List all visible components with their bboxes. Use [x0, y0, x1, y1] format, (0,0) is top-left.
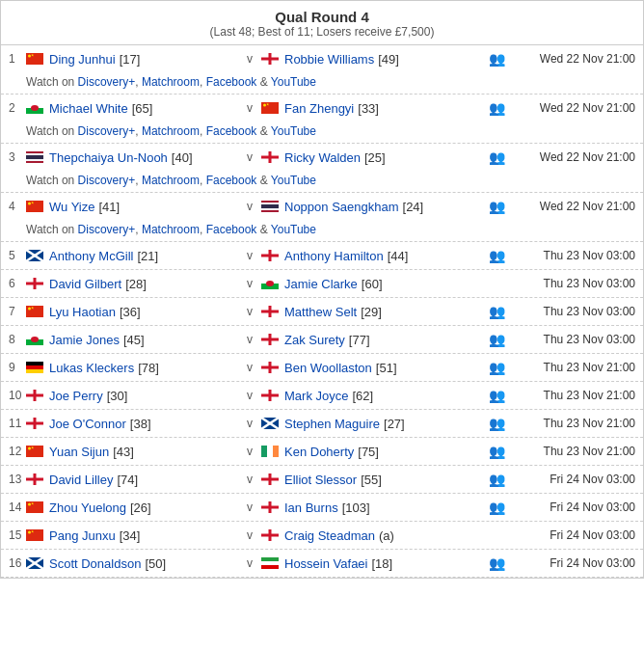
- player1-name[interactable]: Lukas Kleckers: [49, 361, 134, 375]
- stream-icons: 👥: [483, 51, 510, 67]
- matchroom-link[interactable]: Matchroom: [142, 75, 200, 89]
- facebook-link[interactable]: Facebook: [206, 124, 257, 138]
- svg-rect-41: [261, 311, 279, 313]
- player2-name[interactable]: Ben Woollaston: [284, 361, 372, 375]
- player1-name[interactable]: Jamie Jones: [49, 333, 120, 347]
- youtube-link[interactable]: YouTube: [271, 223, 316, 236]
- svg-rect-48: [26, 362, 43, 365]
- player2-name[interactable]: Hossein Vafaei: [284, 556, 367, 571]
- matchroom-link[interactable]: Matchroom: [142, 124, 200, 138]
- player1-name[interactable]: Yuan Sijun: [49, 445, 109, 459]
- player2-name[interactable]: Anthony Hamilton: [284, 249, 384, 263]
- player1-name[interactable]: David Lilley: [49, 473, 113, 487]
- player1-name[interactable]: Pang Junxu: [49, 528, 116, 543]
- flag-p1: [26, 102, 43, 114]
- svg-point-67: [28, 447, 31, 450]
- flag-p1: [26, 557, 43, 569]
- player1-name[interactable]: Lyu Haotian: [49, 305, 116, 319]
- player2-seed: [49]: [378, 52, 399, 67]
- match-row: 7Lyu Haotian [36]vMatthew Selt [29]👥Thu …: [1, 298, 643, 325]
- match-date: Thu 23 Nov 21:00: [510, 361, 635, 374]
- watch-row: Watch on Discovery+, Matchroom, Facebook…: [1, 72, 643, 94]
- svg-rect-49: [26, 365, 43, 369]
- player1-name[interactable]: Thepchaiya Un-Nooh: [49, 150, 168, 165]
- match-group: 16Scott Donaldson [50]vHossein Vafaei [1…: [1, 550, 643, 578]
- discovery-link[interactable]: Discovery+: [78, 124, 136, 138]
- player2-name[interactable]: Elliot Slessor: [284, 473, 357, 487]
- player1-name[interactable]: Joe O'Connor: [49, 417, 126, 431]
- player2-name[interactable]: Fan Zhengyi: [284, 101, 354, 116]
- player2-name[interactable]: Mark Joyce: [284, 389, 348, 403]
- player1-name[interactable]: Scott Donaldson: [49, 556, 141, 571]
- discovery-link[interactable]: Discovery+: [78, 223, 136, 236]
- player-left: Scott Donaldson [50]: [26, 556, 238, 571]
- matchroom-link[interactable]: Matchroom: [142, 174, 200, 187]
- player1-name[interactable]: Wu Yize: [49, 200, 94, 214]
- svg-rect-14: [26, 155, 43, 159]
- match-number: 8: [9, 333, 26, 346]
- persons-icon: 👥: [489, 100, 505, 116]
- stream-icons: 👥: [483, 388, 510, 403]
- vs-label: v: [238, 305, 261, 318]
- player2-seed: [55]: [361, 473, 382, 487]
- flag-p2: [261, 473, 279, 485]
- facebook-link[interactable]: Facebook: [206, 75, 257, 89]
- match-date: Fri 24 Nov 03:00: [510, 528, 635, 542]
- header-title: Qual Round 4: [5, 9, 639, 25]
- vs-label: v: [238, 417, 261, 430]
- player-left: Pang Junxu [34]: [26, 528, 238, 543]
- player2-name[interactable]: Jamie Clarke: [284, 277, 358, 291]
- persons-icon: 👥: [489, 472, 505, 487]
- player1-name[interactable]: Ding Junhui: [49, 52, 116, 67]
- player2-name[interactable]: Ken Doherty: [284, 445, 354, 459]
- player1-name[interactable]: Michael White: [49, 101, 128, 116]
- player-left: David Lilley [74]: [26, 473, 238, 487]
- player2-name[interactable]: Zak Surety: [284, 333, 345, 347]
- vs-label: v: [238, 528, 261, 542]
- discovery-link[interactable]: Discovery+: [78, 75, 136, 89]
- player-right: Jamie Clarke [60]: [261, 277, 483, 291]
- facebook-link[interactable]: Facebook: [206, 174, 257, 187]
- match-group: 7Lyu Haotian [36]vMatthew Selt [29]👥Thu …: [1, 298, 643, 326]
- player2-name[interactable]: Ricky Walden: [284, 150, 361, 165]
- player1-name[interactable]: Zhou Yuelong: [49, 500, 126, 515]
- persons-icon: 👥: [489, 388, 505, 403]
- youtube-link[interactable]: YouTube: [271, 174, 316, 187]
- player2-name[interactable]: Ian Burns: [284, 500, 338, 515]
- player2-name[interactable]: Matthew Selt: [284, 305, 357, 319]
- player2-name[interactable]: Craig Steadman: [284, 528, 375, 543]
- player2-name[interactable]: Noppon Saengkham: [284, 200, 399, 214]
- player1-name[interactable]: Anthony McGill: [49, 249, 133, 263]
- vs-label: v: [238, 277, 261, 290]
- svg-rect-83: [261, 506, 279, 509]
- persons-icon: 👥: [489, 248, 505, 263]
- matchroom-link[interactable]: Matchroom: [142, 223, 200, 236]
- facebook-link[interactable]: Facebook: [206, 223, 257, 236]
- player2-seed: [103]: [342, 500, 370, 515]
- player1-name[interactable]: David Gilbert: [49, 277, 121, 291]
- flag-p2: [261, 306, 279, 317]
- player1-name[interactable]: Joe Perry: [49, 389, 103, 403]
- vs-label: v: [238, 361, 261, 374]
- player2-name[interactable]: Stephen Maguire: [284, 417, 380, 431]
- match-row: 4Wu Yize [41]vNoppon Saengkham [24]👥Wed …: [1, 193, 643, 220]
- youtube-link[interactable]: YouTube: [271, 75, 316, 89]
- player2-name[interactable]: Robbie Williams: [284, 52, 374, 67]
- svg-rect-95: [261, 565, 279, 569]
- header-subtitle: (Last 48; Best of 11; Losers receive £7,…: [5, 25, 639, 39]
- flag-p2: [261, 278, 279, 289]
- player-left: Thepchaiya Un-Nooh [40]: [26, 150, 238, 165]
- svg-rect-74: [26, 478, 43, 481]
- svg-rect-56: [26, 394, 43, 397]
- player1-seed: [21]: [137, 249, 158, 263]
- youtube-link[interactable]: YouTube: [271, 124, 316, 138]
- discovery-link[interactable]: Discovery+: [78, 174, 136, 187]
- svg-point-19: [28, 203, 31, 205]
- match-number: 12: [9, 445, 26, 458]
- match-row: 16Scott Donaldson [50]vHossein Vafaei [1…: [1, 550, 643, 577]
- match-number: 3: [9, 150, 26, 164]
- persons-icon: 👥: [489, 500, 505, 515]
- stream-icons: 👥: [483, 100, 510, 116]
- player2-seed: [60]: [362, 277, 383, 291]
- player-left: Lyu Haotian [36]: [26, 305, 238, 319]
